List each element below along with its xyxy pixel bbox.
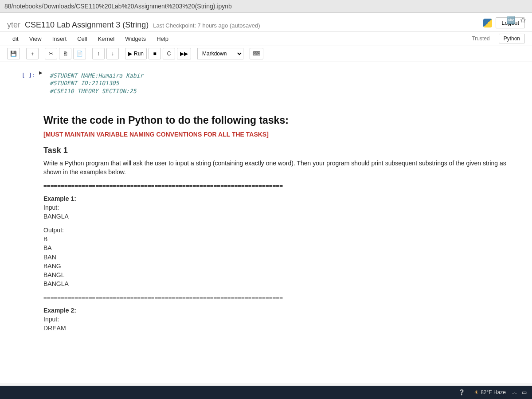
weather-text: 82°F Haze	[481, 389, 506, 395]
menu-bar: dit View Insert Cell Kernel Widgets Help…	[0, 32, 532, 46]
example-1-input: BANGLA	[43, 212, 517, 221]
code-line: #STUDENT NAME:Humaira Kabir	[50, 72, 517, 80]
menu-kernel[interactable]: Kernel	[93, 33, 120, 45]
code-line: #CSE110 THEORY SECTION:25	[50, 87, 517, 95]
main-heading: Write the code in Python to do the follo…	[43, 114, 517, 126]
play-icon: ▶	[128, 51, 132, 57]
command-palette-button[interactable]: ⌨	[250, 48, 263, 59]
notebook-header: yter CSE110 Lab Assignment 3 (String) La…	[0, 13, 532, 32]
example-1: Example 1: Input: BANGLA	[43, 194, 517, 221]
menu-help[interactable]: Help	[151, 33, 174, 45]
save-button[interactable]: 💾	[7, 48, 20, 59]
task-heading: Task 1	[43, 146, 517, 155]
example-2-input-label: Input:	[43, 315, 517, 324]
cell-type-select[interactable]: Markdown	[197, 48, 243, 59]
output-line: BAN	[43, 253, 517, 262]
restart-run-all-button[interactable]: ▶▶	[177, 48, 191, 59]
run-button[interactable]: ▶ Run	[125, 48, 147, 59]
checkpoint-status: Last Checkpoint: 7 hours ago (autosaved)	[153, 22, 260, 29]
chevron-up-icon[interactable]: ︿	[512, 389, 517, 396]
paste-button[interactable]: 📄	[73, 48, 86, 59]
move-down-button[interactable]: ↓	[106, 48, 119, 59]
run-cell-arrow-icon[interactable]: ▶	[39, 69, 45, 98]
example-1-title: Example 1:	[43, 194, 517, 203]
notebook-title[interactable]: CSE110 Lab Assignment 3 (String)	[25, 20, 149, 30]
input-prompt: [ ]:	[0, 69, 39, 98]
browser-action-icons: 🔤 ✩	[507, 16, 526, 24]
interrupt-button[interactable]: ■	[149, 48, 161, 59]
add-cell-button[interactable]: ＋	[26, 48, 39, 59]
browser-url-bar[interactable]: 88/notebooks/Downloads/CSE110%20Lab%20As…	[0, 0, 532, 13]
markdown-rendered: Write the code in Python to do the follo…	[39, 101, 521, 340]
output-line: B	[43, 235, 517, 243]
cut-button[interactable]: ✂	[45, 48, 57, 59]
code-cell[interactable]: [ ]: ▶ #STUDENT NAME:Humaira Kabir #STUD…	[0, 67, 521, 100]
divider-line: ========================================…	[43, 182, 517, 189]
example-1-input-label: Input:	[43, 203, 517, 212]
example-2: Example 2: Input: DREAM	[43, 306, 517, 333]
translate-icon[interactable]: 🔤	[507, 16, 516, 24]
output-line: BANGL	[43, 270, 517, 279]
output-line: BANGLA	[43, 279, 517, 288]
menu-view[interactable]: View	[24, 33, 47, 45]
kernel-indicator[interactable]: Python	[499, 34, 525, 43]
favorite-icon[interactable]: ✩	[520, 16, 526, 24]
copy-button[interactable]: ⎘	[59, 48, 71, 59]
example-2-title: Example 2:	[43, 306, 517, 315]
help-tip-icon[interactable]: ❔	[458, 389, 465, 395]
move-up-button[interactable]: ↑	[92, 48, 105, 59]
menu-edit[interactable]: dit	[7, 33, 24, 45]
markdown-cell[interactable]: . Write the code in Python to do the fol…	[0, 99, 521, 341]
run-label: Run	[134, 51, 144, 57]
restart-button[interactable]: C	[163, 48, 175, 59]
warning-text: [MUST MAINTAIN VARIABLE NAMING CONVENTIO…	[43, 131, 517, 138]
output-line: BANG	[43, 262, 517, 270]
windows-taskbar[interactable]: ❔ ☀ 82°F Haze ︿ ▭	[0, 386, 532, 399]
python-logo-icon	[483, 19, 492, 27]
example-1-output: Output: B BA BAN BANG BANGL BANGLA	[43, 226, 517, 289]
code-line: #STUDENT ID:21101305	[50, 79, 517, 87]
weather-widget[interactable]: ☀ 82°F Haze	[474, 389, 506, 395]
menu-cell[interactable]: Cell	[72, 33, 92, 45]
notebook-container: [ ]: ▶ #STUDENT NAME:Humaira Kabir #STUD…	[0, 62, 532, 383]
example-2-input: DREAM	[43, 324, 517, 332]
output-line: BA	[43, 243, 517, 252]
menu-insert[interactable]: Insert	[47, 33, 72, 45]
battery-icon[interactable]: ▭	[522, 389, 527, 395]
jupyter-logo-text: yter	[7, 20, 20, 30]
empty-prompt: .	[0, 101, 39, 340]
code-input-area[interactable]: #STUDENT NAME:Humaira Kabir #STUDENT ID:…	[45, 69, 521, 98]
divider-line: ========================================…	[43, 294, 517, 301]
example-1-output-label: Output:	[43, 226, 517, 235]
haze-icon: ☀	[474, 389, 479, 395]
menu-widgets[interactable]: Widgets	[120, 33, 151, 45]
task-description: Write a Python program that will ask the…	[43, 159, 517, 177]
trusted-indicator[interactable]: Trusted	[468, 35, 493, 43]
toolbar: 💾 ＋ ✂ ⎘ 📄 ↑ ↓ ▶ Run ■ C ▶▶ Markdown ⌨	[0, 46, 532, 62]
